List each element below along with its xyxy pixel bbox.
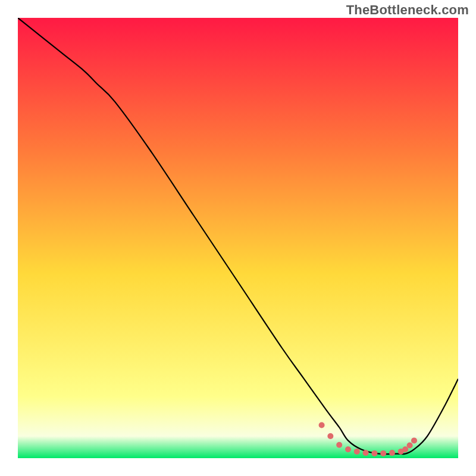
trough-dot [363,450,369,456]
trough-dot [371,450,377,456]
trough-dot [411,437,417,443]
trough-dot [336,442,342,448]
trough-dot [354,449,360,455]
chart-background [18,18,458,458]
trough-dot [345,446,351,452]
trough-dot [407,443,413,449]
trough-dot [380,450,386,456]
trough-dot [389,450,395,456]
trough-dot [327,433,333,439]
trough-dot [319,422,325,428]
chart-svg [18,18,458,458]
watermark-text: TheBottleneck.com [346,2,469,18]
bottleneck-chart [18,18,458,458]
trough-dot [402,446,408,452]
